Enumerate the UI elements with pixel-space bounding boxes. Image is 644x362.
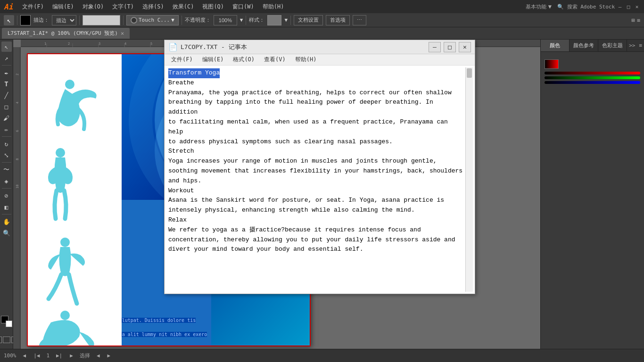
notepad-window: 📄 L7COPY.TXT - 记事本 – □ ✕ 文件(F) 编辑(E) 格式(… [164, 40, 475, 294]
stroke-color-box[interactable] [20, 15, 31, 25]
toolbar-separator-4 [182, 16, 182, 25]
svg-point-27 [65, 80, 74, 89]
notepad-close-button[interactable]: ✕ [459, 42, 471, 52]
svg-point-30 [60, 311, 70, 320]
zoom-level: 100% [4, 353, 17, 359]
menu-view[interactable]: 视图(Q) [198, 2, 228, 12]
svg-text:8: 8 [16, 158, 19, 160]
touch-button[interactable]: Touch C... ▼ [126, 15, 179, 25]
page-prev-button[interactable]: ◀ [22, 353, 27, 359]
blend-tool[interactable]: ◈ [1, 176, 12, 186]
preferences-button[interactable]: 首选项 [326, 15, 350, 25]
tab-color-ref[interactable]: 颜色参考 [570, 40, 598, 51]
tool-separator-3 [2, 162, 11, 163]
notepad-menu-view[interactable]: 查看(V) [259, 55, 290, 65]
menu-window[interactable]: 窗口(W) [229, 2, 258, 12]
zoom-tool[interactable]: 🔍 [1, 228, 12, 238]
right-panel: 颜色 颜色参考 色彩主题 >> ≡ [540, 40, 644, 349]
rotate-tool[interactable]: ↻ [1, 139, 12, 149]
align-right-icon[interactable]: ⊞ [632, 17, 635, 24]
panel-expand-icon[interactable]: >> [627, 40, 637, 51]
page-next-button[interactable]: ▶ [69, 353, 74, 359]
minimize-button[interactable]: – [617, 3, 623, 10]
notepad-menu-edit[interactable]: 编辑(E) [198, 55, 229, 65]
extra-options-button[interactable]: ⋯ [353, 15, 366, 25]
notepad-scrollbar[interactable] [465, 67, 473, 292]
pencil-tool[interactable]: ✏ [1, 124, 12, 134]
menu-help[interactable]: 帮助(H) [259, 2, 288, 12]
stroke-dropdown[interactable]: 描边 [52, 15, 76, 25]
color-mode-row [545, 59, 640, 69]
line-tool[interactable]: ╱ [1, 90, 12, 100]
tab-color[interactable]: 颜色 [541, 40, 570, 51]
tool-separator-2 [2, 136, 11, 137]
notepad-titlebar: 📄 L7COPY.TXT - 记事本 – □ ✕ [165, 40, 475, 54]
color-controls [545, 59, 640, 84]
close-tab-button[interactable]: × [121, 30, 124, 37]
pen-tool[interactable]: ✒ [1, 67, 12, 78]
style-dropdown-arrow[interactable]: ▼ [284, 17, 288, 23]
notepad-menu-format[interactable]: 格式(O) [228, 55, 259, 65]
toolbar: ↖ 描边： 描边 Touch C... ▼ 不透明度： ▼ 样式： ▼ 文档设置… [0, 13, 644, 27]
selection-label: 选择 [80, 352, 90, 359]
menu-text[interactable]: 文字(T) [108, 2, 138, 12]
fill-stroke-swatches[interactable] [1, 316, 12, 327]
grid-icon[interactable]: ≡ [637, 17, 640, 24]
page-last-button[interactable]: ▶| [55, 353, 63, 359]
toolbar-right-icons: ⊞ ≡ [632, 17, 640, 24]
warp-tool[interactable]: 〜 [1, 165, 12, 175]
window-controls: 基本功能 ▼ 🔍 搜索 Adobe Stock – □ ✕ [526, 3, 640, 10]
svg-text:3: 3 [99, 42, 100, 46]
menu-edit[interactable]: 编辑(E) [49, 2, 78, 12]
maximize-button[interactable]: □ [625, 3, 632, 10]
opacity-dropdown-arrow[interactable]: ▼ [240, 17, 243, 23]
stroke-label: 描边： [33, 16, 49, 24]
gradient-tool[interactable]: ◧ [1, 202, 12, 212]
panel-menu-icon[interactable]: ≡ [637, 40, 644, 51]
page-first-button[interactable]: |◀ [33, 353, 41, 359]
notepad-minimize-button[interactable]: – [429, 42, 441, 52]
left-tools-panel: ↖ ↗ ✒ T ╱ □ 🖌 ✏ ↻ ⤡ 〜 ◈ ⊘ ◧ ✋ 🔍 [0, 40, 13, 349]
selection-tool-active[interactable]: ↖ [4, 15, 14, 25]
canvas-area[interactable]: 1 2 3 4 5 6 7 8 9 2 4 6 [13, 40, 540, 349]
touch-label: Touch C... [139, 17, 170, 23]
tool-separator-5 [2, 214, 11, 214]
hand-tool[interactable]: ✋ [1, 216, 12, 227]
menu-effect[interactable]: 效果(C) [169, 2, 198, 12]
tab-color-theme[interactable]: 色彩主题 [598, 40, 627, 51]
app-logo: Ai [4, 2, 13, 11]
svg-text:2: 2 [16, 74, 19, 75]
close-button[interactable]: ✕ [634, 3, 640, 10]
svg-text:4: 4 [124, 42, 126, 46]
tool-separator-1 [2, 65, 11, 66]
document-tab[interactable]: L7START_1.AI* @ 100% (CMYK/GPU 预览) × [2, 28, 130, 39]
right-panel-tabs: 颜色 颜色参考 色彩主题 >> ≡ [541, 40, 644, 52]
toolbar-separator-6 [290, 16, 291, 25]
gradient-mode-icon[interactable] [3, 337, 10, 343]
stroke-swatch[interactable] [6, 321, 12, 327]
menu-file[interactable]: 文件(F) [18, 2, 48, 12]
svg-text:6: 6 [16, 130, 19, 132]
notepad-maximize-button[interactable]: □ [444, 42, 456, 52]
stroke-width-field[interactable] [83, 15, 120, 25]
document-tab-title: L7START_1.AI* @ 100% (CMYK/GPU 预览) [8, 30, 118, 37]
opacity-input[interactable] [214, 15, 237, 25]
rectangle-tool[interactable]: □ [1, 101, 12, 112]
paintbrush-tool[interactable]: 🖌 [1, 113, 12, 123]
status-next-button[interactable]: ▶ [107, 353, 112, 359]
menu-object[interactable]: 对象(O) [79, 2, 108, 12]
notepad-textarea[interactable]: Transform Yoga Breathe Pranayama, the yo… [166, 67, 465, 292]
status-prev-button[interactable]: ◀ [96, 353, 101, 359]
notepad-menu-file[interactable]: 文件(F) [166, 55, 198, 65]
menu-select[interactable]: 选择(S) [139, 2, 168, 12]
scale-tool[interactable]: ⤡ [1, 150, 12, 160]
doc-settings-button[interactable]: 文档设置 [294, 15, 323, 25]
type-tool[interactable]: T [1, 79, 12, 89]
pointer-tool[interactable]: ↖ [1, 41, 12, 52]
eyedropper-tool[interactable]: ⊘ [1, 190, 12, 201]
normal-mode-icon[interactable] [0, 337, 2, 343]
svg-point-28 [56, 148, 65, 157]
notepad-menu-help[interactable]: 帮助(H) [290, 55, 322, 65]
top-menubar: Ai 文件(F) 编辑(E) 对象(O) 文字(T) 选择(S) 效果(C) 视… [0, 0, 644, 13]
direct-select-tool[interactable]: ↗ [1, 53, 12, 63]
